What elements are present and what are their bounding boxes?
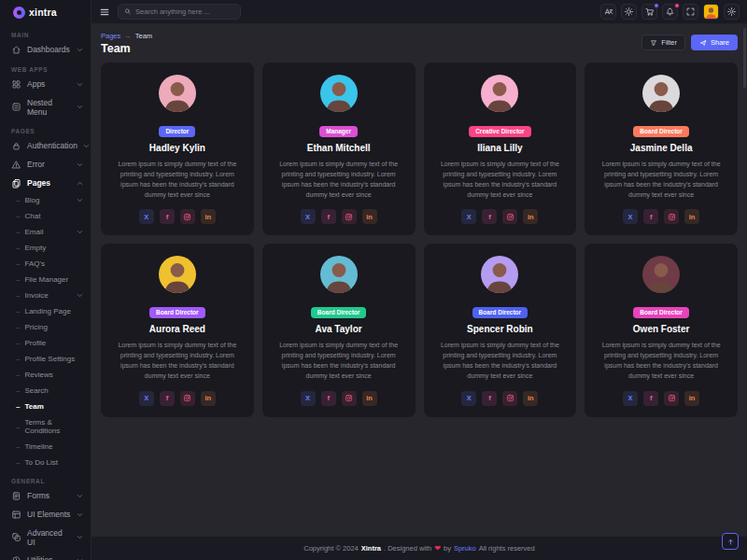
x-icon-button[interactable]: X (139, 391, 154, 406)
sidebar-subitem-chat[interactable]: –Chat (0, 208, 91, 224)
sidebar-subitem-invoice[interactable]: –Invoice (0, 287, 91, 303)
sidebar-section-label-pages: PAGES (11, 128, 79, 134)
facebook-icon-button[interactable]: f (643, 209, 658, 224)
sidebar-subitem-team[interactable]: –Team (0, 399, 91, 414)
sidebar-subitem-timeline[interactable]: –Timeline (0, 439, 91, 455)
linkedin-icon-button[interactable]: in (362, 209, 377, 224)
instagram-icon-button[interactable] (180, 391, 195, 406)
sidebar-subitem-profile-settings[interactable]: –Profile Settings (0, 351, 91, 367)
team-card-jasmine-della: Board DirectorJasmine DellaLorem ipsum i… (585, 63, 738, 235)
fullscreen-icon[interactable] (683, 4, 698, 20)
sidebar-item-utilities[interactable]: Utilities (0, 551, 91, 560)
hamburger-menu-icon[interactable] (99, 7, 110, 18)
chevron-down-icon (77, 557, 83, 560)
dash-bullet: – (16, 323, 20, 331)
chevron-down-icon (77, 197, 83, 203)
sidebar-section-label-web-apps: WEB APPS (11, 66, 79, 73)
member-description: Lorem ipsum is simply dummy text of the … (433, 341, 568, 381)
instagram-icon-button[interactable] (664, 209, 679, 224)
sidebar-item-nested-menu[interactable]: Nested Menu (0, 93, 91, 120)
notifications-bell-icon[interactable] (662, 4, 678, 20)
x-icon-button[interactable]: X (301, 209, 316, 224)
sidebar-item-ui-elements[interactable]: UI Elements (0, 505, 91, 524)
sidebar-subitem-label: Timeline (24, 442, 52, 451)
settings-gear-icon[interactable] (724, 4, 740, 20)
linkedin-icon-button[interactable]: in (362, 391, 377, 406)
instagram-icon-button[interactable] (342, 391, 357, 406)
instagram-icon-button[interactable] (502, 391, 517, 406)
linkedin-icon-button[interactable]: in (684, 391, 699, 406)
sidebar-subitem-pricing[interactable]: –Pricing (0, 319, 91, 335)
sidebar-subitem-label: Pricing (24, 323, 47, 331)
instagram-icon-button[interactable] (502, 209, 517, 224)
facebook-icon-button[interactable]: f (482, 391, 497, 406)
search-input[interactable] (135, 7, 234, 16)
facebook-icon-button[interactable]: f (482, 209, 497, 224)
light-mode-icon[interactable] (621, 4, 637, 20)
x-icon-button[interactable]: X (461, 209, 476, 224)
facebook-icon-button[interactable]: f (160, 209, 175, 224)
sidebar-item-error[interactable]: Error (0, 155, 91, 174)
scroll-to-top-button[interactable] (722, 533, 739, 550)
facebook-icon-button[interactable]: f (321, 391, 336, 406)
sidebar-subitem-label: Terms & Conditions (24, 418, 83, 435)
sidebar-subitem-profile[interactable]: –Profile (0, 335, 91, 351)
sidebar-subitem-search[interactable]: –Search (0, 383, 91, 399)
dash-bullet: – (16, 196, 20, 204)
x-icon-button[interactable]: X (623, 209, 638, 224)
x-icon-button[interactable]: X (301, 391, 316, 406)
sidebar-item-advanced-ui[interactable]: Advanced UI (0, 524, 91, 551)
filter-button[interactable]: Filter (641, 35, 685, 50)
linkedin-icon-button[interactable]: in (201, 391, 216, 406)
breadcrumb-pages-link[interactable]: Pages (101, 32, 120, 40)
member-avatar (481, 75, 518, 112)
instagram-icon-button[interactable] (180, 209, 195, 224)
sidebar-subitem-label: Search (24, 386, 48, 395)
sidebar-subitem-reviews[interactable]: –Reviews (0, 367, 91, 383)
sidebar-item-forms[interactable]: Forms (0, 486, 91, 505)
profile-avatar[interactable] (703, 4, 719, 20)
sidebar-subitem-faq-s[interactable]: –FAQ's (0, 256, 91, 272)
linkedin-icon-button[interactable]: in (523, 209, 538, 224)
footer-designer-link[interactable]: Spruko (454, 544, 476, 553)
dash-bullet: – (16, 458, 20, 467)
x-icon-button[interactable]: X (139, 209, 154, 224)
sidebar-subitem-to-do-list[interactable]: –To Do List (0, 455, 91, 470)
sidebar-item-apps[interactable]: Apps (0, 75, 91, 93)
ui-elements-icon (11, 510, 21, 520)
sidebar-subitem-blog[interactable]: –Blog (0, 192, 91, 208)
sidebar-subitem-email[interactable]: –Email (0, 224, 91, 240)
facebook-icon-button[interactable]: f (160, 391, 175, 406)
member-socials: Xfin (272, 209, 406, 224)
sidebar-item-pages[interactable]: Pages (0, 174, 91, 192)
linkedin-icon-button[interactable]: in (201, 209, 216, 224)
linkedin-icon-button[interactable]: in (523, 391, 538, 406)
share-button[interactable]: Share (691, 35, 738, 50)
member-description: Lorem ipsum is simply dummy text of the … (594, 160, 728, 200)
sidebar-subitem-empty[interactable]: –Empty (0, 240, 91, 256)
sidebar-subitem-file-manager[interactable]: –File Manager (0, 272, 91, 287)
sidebar-item-label: Apps (27, 79, 45, 89)
sidebar-item-authentication[interactable]: Authentication (0, 136, 91, 155)
facebook-icon-button[interactable]: f (321, 209, 336, 224)
footer-brand: Xintra (361, 544, 381, 553)
brand-logo[interactable]: xintra (0, 0, 91, 24)
linkedin-icon-button[interactable]: in (684, 209, 699, 224)
facebook-icon-button[interactable]: f (643, 391, 658, 406)
window-scrollbar-thumb[interactable] (743, 28, 746, 88)
translate-icon[interactable] (600, 4, 616, 20)
member-name: Hadley Kylin (110, 143, 245, 153)
instagram-icon-button[interactable] (342, 209, 357, 224)
x-icon-button[interactable]: X (623, 391, 638, 406)
dash-bullet: – (16, 355, 20, 363)
chevron-down-icon (77, 292, 83, 299)
cart-icon[interactable] (641, 4, 657, 20)
search-box[interactable] (118, 4, 241, 20)
sidebar-subitem-landing-page[interactable]: –Landing Page (0, 303, 91, 319)
instagram-icon-button[interactable] (664, 391, 679, 406)
x-icon-button[interactable]: X (461, 391, 476, 406)
sidebar-item-dashboards[interactable]: Dashboards (0, 40, 91, 59)
member-avatar (320, 256, 358, 293)
sidebar-subitem-terms-conditions[interactable]: –Terms & Conditions (0, 414, 91, 439)
role-badge: Board Director (149, 307, 205, 318)
